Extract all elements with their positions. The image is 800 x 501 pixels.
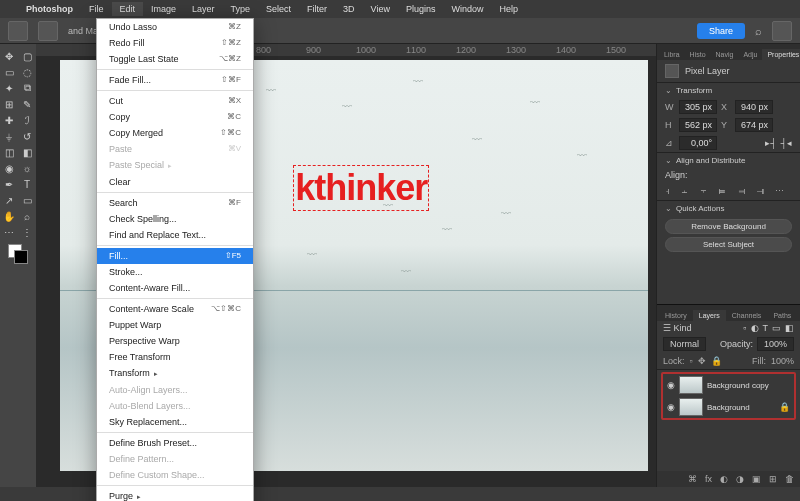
remove-background-button[interactable]: Remove Background [665,219,792,234]
menu-item-stroke[interactable]: Stroke... [97,264,253,280]
stamp-tool-icon[interactable]: ⏚ [0,128,18,144]
layer-row[interactable]: ◉ Background copy [663,374,794,396]
menu-item-find-and-replace-text[interactable]: Find and Replace Text... [97,227,253,243]
eyedropper-tool-icon[interactable]: ✎ [18,96,36,112]
tool-preset-icon[interactable] [38,21,58,41]
flip-horizontal-icon[interactable]: ▸┤ [765,138,776,148]
filter-type-icon[interactable]: T [763,323,769,333]
menu-item-undo-lasso[interactable]: Undo Lasso⌘Z [97,19,253,35]
misc-tool-icon[interactable]: ⋯ [0,224,18,240]
share-button[interactable]: Share [697,23,745,39]
menu-item-fill[interactable]: Fill...⇧F5 [97,248,253,264]
workspace-icon[interactable] [772,21,792,41]
menu-select[interactable]: Select [258,2,299,16]
menu-item-cut[interactable]: Cut⌘X [97,93,253,109]
lock-position-icon[interactable]: ✥ [698,356,706,366]
filter-shape-icon[interactable]: ▭ [772,323,781,333]
filter-smart-icon[interactable]: ◧ [785,323,794,333]
gradient-tool-icon[interactable]: ◧ [18,144,36,160]
angle-input[interactable]: 0,00° [679,136,717,150]
menu-item-copy-merged[interactable]: Copy Merged⇧⌘C [97,125,253,141]
layer-thumbnail[interactable] [679,398,703,416]
adjustment-icon[interactable]: ◑ [736,474,744,484]
tab-histogram[interactable]: Histo [685,49,711,60]
shape-tool-icon[interactable]: ▭ [18,192,36,208]
menu-item-define-brush-preset[interactable]: Define Brush Preset... [97,435,253,451]
move-tool-icon[interactable]: ✥ [0,48,18,64]
group-icon[interactable]: ▣ [752,474,761,484]
link-layers-icon[interactable]: ⌘ [688,474,697,484]
menu-item-free-transform[interactable]: Free Transform [97,349,253,365]
tab-adjustments[interactable]: Adju [738,49,762,60]
mask-icon[interactable]: ◐ [720,474,728,484]
lock-pixels-icon[interactable]: ▫ [690,356,693,366]
y-input[interactable]: 674 px [735,118,773,132]
align-top-icon[interactable]: ⫢ [718,186,727,196]
menu-item-check-spelling[interactable]: Check Spelling... [97,211,253,227]
layer-row[interactable]: ◉ Background 🔒 [663,396,794,418]
menu-item-purge[interactable]: Purge [97,488,253,501]
trash-icon[interactable]: 🗑 [785,474,794,484]
eraser-tool-icon[interactable]: ◫ [0,144,18,160]
search-icon[interactable]: ⌕ [755,25,762,37]
align-right-icon[interactable]: ⫟ [699,186,708,196]
align-center-h-icon[interactable]: ⫠ [680,186,689,196]
blur-tool-icon[interactable]: ◉ [0,160,18,176]
transform-header[interactable]: Transform [657,83,800,98]
menu-filter[interactable]: Filter [299,2,335,16]
menu-file[interactable]: File [81,2,112,16]
menu-item-content-aware-fill[interactable]: Content-Aware Fill... [97,280,253,296]
menu-item-redo-fill[interactable]: Redo Fill⇧⌘Z [97,35,253,51]
app-name[interactable]: Photoshop [18,2,81,16]
align-middle-icon[interactable]: ⫤ [737,186,746,196]
menu-item-search[interactable]: Search⌘F [97,195,253,211]
menu-layer[interactable]: Layer [184,2,223,16]
lasso-tool-icon[interactable]: ◌ [18,64,36,80]
color-swatches[interactable] [8,244,28,264]
path-tool-icon[interactable]: ↗ [0,192,18,208]
menu-3d[interactable]: 3D [335,2,363,16]
lock-all-icon[interactable]: 🔒 [711,356,722,366]
menu-item-perspective-warp[interactable]: Perspective Warp [97,333,253,349]
marquee-tool-icon[interactable]: ▭ [0,64,18,80]
filter-pixel-icon[interactable]: ▫ [743,323,746,333]
menu-edit[interactable]: Edit [112,2,144,16]
height-input[interactable]: 562 px [679,118,717,132]
kind-filter[interactable]: ☰ Kind [663,323,692,333]
blend-mode-select[interactable]: Normal [663,337,706,351]
fx-icon[interactable]: fx [705,474,712,484]
menu-image[interactable]: Image [143,2,184,16]
menu-item-sky-replacement[interactable]: Sky Replacement... [97,414,253,430]
dodge-tool-icon[interactable]: ☼ [18,160,36,176]
align-more-icon[interactable]: ⋯ [775,186,784,196]
menu-plugins[interactable]: Plugins [398,2,444,16]
menu-item-clear[interactable]: Clear [97,174,253,190]
layer-thumbnail[interactable] [679,376,703,394]
pen-tool-icon[interactable]: ✒ [0,176,18,192]
align-left-icon[interactable]: ⫞ [665,186,670,196]
new-layer-icon[interactable]: ⊞ [769,474,777,484]
menu-item-copy[interactable]: Copy⌘C [97,109,253,125]
tab-history[interactable]: History [659,310,693,321]
tab-layers[interactable]: Layers [693,310,726,321]
align-header[interactable]: Align and Distribute [657,153,800,168]
x-input[interactable]: 940 px [735,100,773,114]
menu-item-puppet-warp[interactable]: Puppet Warp [97,317,253,333]
home-icon[interactable] [8,21,28,41]
brush-tool-icon[interactable]: ℐ [18,112,36,128]
tab-navigator[interactable]: Navig [711,49,739,60]
width-input[interactable]: 305 px [679,100,717,114]
menu-help[interactable]: Help [492,2,527,16]
menu-item-transform[interactable]: Transform [97,365,253,382]
menu-item-fade-fill[interactable]: Fade Fill...⇧⌘F [97,72,253,88]
menu-type[interactable]: Type [223,2,259,16]
tab-channels[interactable]: Channels [726,310,768,321]
tab-properties[interactable]: Properties [762,49,800,60]
menu-window[interactable]: Window [444,2,492,16]
crop-tool-icon[interactable]: ⧉ [18,80,36,96]
wand-tool-icon[interactable]: ✦ [0,80,18,96]
visibility-icon[interactable]: ◉ [667,380,675,390]
menu-view[interactable]: View [363,2,398,16]
tab-paths[interactable]: Paths [767,310,797,321]
select-subject-button[interactable]: Select Subject [665,237,792,252]
